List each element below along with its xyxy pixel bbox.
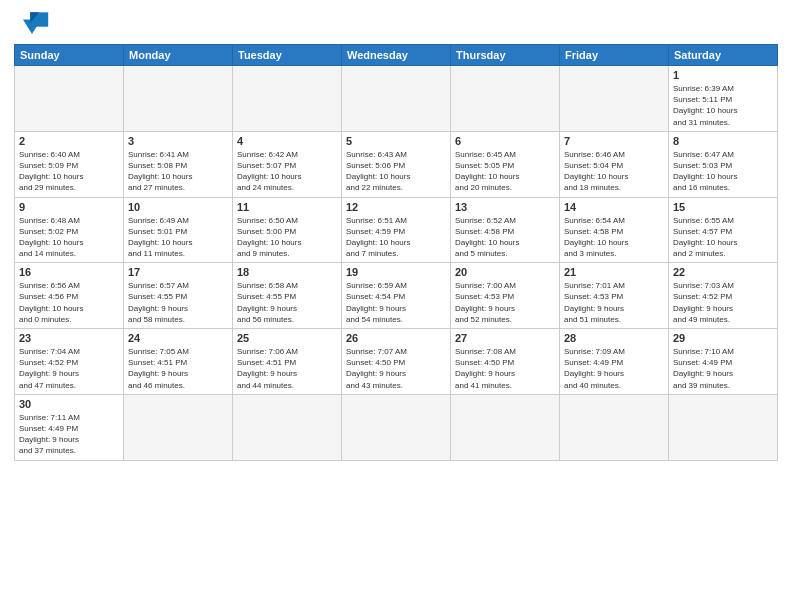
calendar-cell: 28Sunrise: 7:09 AM Sunset: 4:49 PM Dayli…	[560, 329, 669, 395]
logo-icon	[14, 10, 50, 38]
day-info: Sunrise: 7:08 AM Sunset: 4:50 PM Dayligh…	[455, 346, 555, 391]
calendar-cell: 9Sunrise: 6:48 AM Sunset: 5:02 PM Daylig…	[15, 197, 124, 263]
calendar-cell: 8Sunrise: 6:47 AM Sunset: 5:03 PM Daylig…	[669, 131, 778, 197]
day-info: Sunrise: 6:52 AM Sunset: 4:58 PM Dayligh…	[455, 215, 555, 260]
calendar-cell	[560, 394, 669, 460]
day-info: Sunrise: 7:11 AM Sunset: 4:49 PM Dayligh…	[19, 412, 119, 457]
calendar-cell: 1Sunrise: 6:39 AM Sunset: 5:11 PM Daylig…	[669, 66, 778, 132]
calendar-cell: 22Sunrise: 7:03 AM Sunset: 4:52 PM Dayli…	[669, 263, 778, 329]
day-info: Sunrise: 6:50 AM Sunset: 5:00 PM Dayligh…	[237, 215, 337, 260]
day-header-sunday: Sunday	[15, 45, 124, 66]
calendar-cell: 19Sunrise: 6:59 AM Sunset: 4:54 PM Dayli…	[342, 263, 451, 329]
calendar-cell: 4Sunrise: 6:42 AM Sunset: 5:07 PM Daylig…	[233, 131, 342, 197]
day-info: Sunrise: 6:55 AM Sunset: 4:57 PM Dayligh…	[673, 215, 773, 260]
day-info: Sunrise: 6:54 AM Sunset: 4:58 PM Dayligh…	[564, 215, 664, 260]
day-number: 19	[346, 266, 446, 278]
day-number: 2	[19, 135, 119, 147]
calendar-cell: 6Sunrise: 6:45 AM Sunset: 5:05 PM Daylig…	[451, 131, 560, 197]
day-number: 13	[455, 201, 555, 213]
day-info: Sunrise: 7:01 AM Sunset: 4:53 PM Dayligh…	[564, 280, 664, 325]
calendar-cell: 29Sunrise: 7:10 AM Sunset: 4:49 PM Dayli…	[669, 329, 778, 395]
day-number: 28	[564, 332, 664, 344]
day-number: 1	[673, 69, 773, 81]
day-number: 10	[128, 201, 228, 213]
day-info: Sunrise: 6:47 AM Sunset: 5:03 PM Dayligh…	[673, 149, 773, 194]
day-number: 14	[564, 201, 664, 213]
day-header-saturday: Saturday	[669, 45, 778, 66]
calendar-cell: 18Sunrise: 6:58 AM Sunset: 4:55 PM Dayli…	[233, 263, 342, 329]
day-info: Sunrise: 7:03 AM Sunset: 4:52 PM Dayligh…	[673, 280, 773, 325]
calendar-cell	[451, 66, 560, 132]
week-row-5: 23Sunrise: 7:04 AM Sunset: 4:52 PM Dayli…	[15, 329, 778, 395]
calendar-cell: 11Sunrise: 6:50 AM Sunset: 5:00 PM Dayli…	[233, 197, 342, 263]
day-number: 21	[564, 266, 664, 278]
day-info: Sunrise: 7:04 AM Sunset: 4:52 PM Dayligh…	[19, 346, 119, 391]
day-number: 4	[237, 135, 337, 147]
day-header-friday: Friday	[560, 45, 669, 66]
day-info: Sunrise: 6:45 AM Sunset: 5:05 PM Dayligh…	[455, 149, 555, 194]
day-info: Sunrise: 6:42 AM Sunset: 5:07 PM Dayligh…	[237, 149, 337, 194]
calendar-cell: 17Sunrise: 6:57 AM Sunset: 4:55 PM Dayli…	[124, 263, 233, 329]
day-number: 5	[346, 135, 446, 147]
day-info: Sunrise: 6:39 AM Sunset: 5:11 PM Dayligh…	[673, 83, 773, 128]
calendar-cell	[560, 66, 669, 132]
day-info: Sunrise: 6:57 AM Sunset: 4:55 PM Dayligh…	[128, 280, 228, 325]
week-row-1: 1Sunrise: 6:39 AM Sunset: 5:11 PM Daylig…	[15, 66, 778, 132]
calendar-cell: 23Sunrise: 7:04 AM Sunset: 4:52 PM Dayli…	[15, 329, 124, 395]
day-info: Sunrise: 6:43 AM Sunset: 5:06 PM Dayligh…	[346, 149, 446, 194]
calendar-cell: 20Sunrise: 7:00 AM Sunset: 4:53 PM Dayli…	[451, 263, 560, 329]
calendar-cell	[124, 66, 233, 132]
day-info: Sunrise: 6:46 AM Sunset: 5:04 PM Dayligh…	[564, 149, 664, 194]
calendar-cell: 13Sunrise: 6:52 AM Sunset: 4:58 PM Dayli…	[451, 197, 560, 263]
day-number: 23	[19, 332, 119, 344]
calendar-cell	[451, 394, 560, 460]
day-number: 25	[237, 332, 337, 344]
day-info: Sunrise: 6:51 AM Sunset: 4:59 PM Dayligh…	[346, 215, 446, 260]
day-info: Sunrise: 7:06 AM Sunset: 4:51 PM Dayligh…	[237, 346, 337, 391]
calendar-cell: 12Sunrise: 6:51 AM Sunset: 4:59 PM Dayli…	[342, 197, 451, 263]
calendar-cell: 14Sunrise: 6:54 AM Sunset: 4:58 PM Dayli…	[560, 197, 669, 263]
day-number: 30	[19, 398, 119, 410]
logo	[14, 10, 56, 38]
day-info: Sunrise: 6:41 AM Sunset: 5:08 PM Dayligh…	[128, 149, 228, 194]
day-number: 9	[19, 201, 119, 213]
calendar-cell: 30Sunrise: 7:11 AM Sunset: 4:49 PM Dayli…	[15, 394, 124, 460]
calendar-cell	[124, 394, 233, 460]
day-number: 3	[128, 135, 228, 147]
page-header	[14, 10, 778, 38]
day-number: 18	[237, 266, 337, 278]
day-info: Sunrise: 6:59 AM Sunset: 4:54 PM Dayligh…	[346, 280, 446, 325]
day-header-thursday: Thursday	[451, 45, 560, 66]
day-number: 16	[19, 266, 119, 278]
day-number: 24	[128, 332, 228, 344]
calendar-cell: 2Sunrise: 6:40 AM Sunset: 5:09 PM Daylig…	[15, 131, 124, 197]
calendar-cell	[15, 66, 124, 132]
week-row-4: 16Sunrise: 6:56 AM Sunset: 4:56 PM Dayli…	[15, 263, 778, 329]
calendar-cell: 10Sunrise: 6:49 AM Sunset: 5:01 PM Dayli…	[124, 197, 233, 263]
calendar-cell	[233, 66, 342, 132]
calendar-cell	[669, 394, 778, 460]
calendar-cell: 5Sunrise: 6:43 AM Sunset: 5:06 PM Daylig…	[342, 131, 451, 197]
day-headers-row: SundayMondayTuesdayWednesdayThursdayFrid…	[15, 45, 778, 66]
day-number: 7	[564, 135, 664, 147]
calendar-cell	[342, 394, 451, 460]
day-number: 15	[673, 201, 773, 213]
day-info: Sunrise: 6:40 AM Sunset: 5:09 PM Dayligh…	[19, 149, 119, 194]
day-header-monday: Monday	[124, 45, 233, 66]
calendar-cell: 24Sunrise: 7:05 AM Sunset: 4:51 PM Dayli…	[124, 329, 233, 395]
day-number: 20	[455, 266, 555, 278]
day-number: 6	[455, 135, 555, 147]
day-info: Sunrise: 7:00 AM Sunset: 4:53 PM Dayligh…	[455, 280, 555, 325]
calendar-cell: 15Sunrise: 6:55 AM Sunset: 4:57 PM Dayli…	[669, 197, 778, 263]
day-number: 11	[237, 201, 337, 213]
week-row-6: 30Sunrise: 7:11 AM Sunset: 4:49 PM Dayli…	[15, 394, 778, 460]
day-number: 22	[673, 266, 773, 278]
day-info: Sunrise: 7:09 AM Sunset: 4:49 PM Dayligh…	[564, 346, 664, 391]
calendar-cell: 3Sunrise: 6:41 AM Sunset: 5:08 PM Daylig…	[124, 131, 233, 197]
day-info: Sunrise: 6:58 AM Sunset: 4:55 PM Dayligh…	[237, 280, 337, 325]
calendar-cell: 27Sunrise: 7:08 AM Sunset: 4:50 PM Dayli…	[451, 329, 560, 395]
calendar-cell: 16Sunrise: 6:56 AM Sunset: 4:56 PM Dayli…	[15, 263, 124, 329]
day-info: Sunrise: 7:07 AM Sunset: 4:50 PM Dayligh…	[346, 346, 446, 391]
calendar-cell	[233, 394, 342, 460]
day-info: Sunrise: 6:49 AM Sunset: 5:01 PM Dayligh…	[128, 215, 228, 260]
